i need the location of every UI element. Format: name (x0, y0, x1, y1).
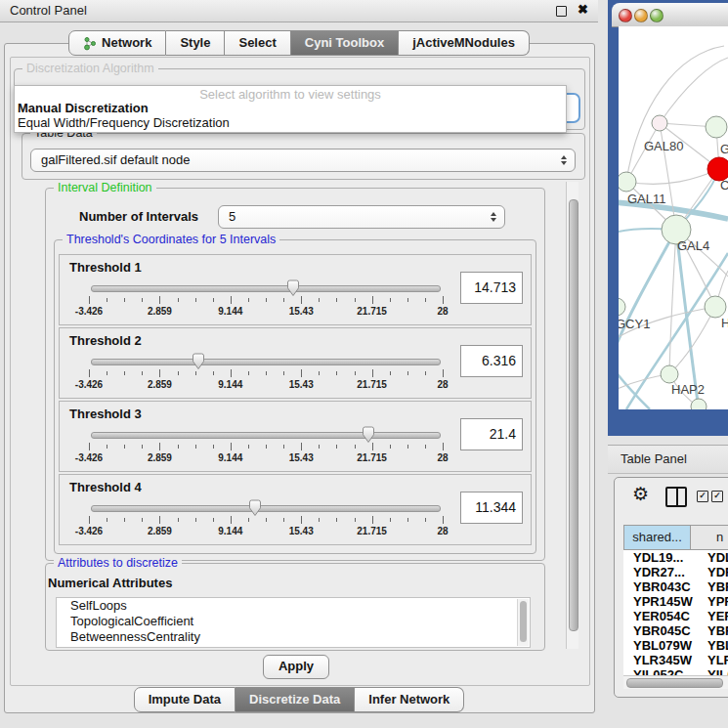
table-row[interactable]: YIL052CYIL0 (623, 667, 728, 675)
interval-definition-groupbox: Interval Definition Number of Intervals … (45, 188, 545, 561)
slider-thumb[interactable] (286, 279, 300, 301)
numerical-attributes-list[interactable]: SelfLoopsTopologicalCoefficientBetweenne… (56, 597, 531, 648)
network-node[interactable] (652, 115, 667, 131)
slider-tick (159, 443, 160, 450)
network-graph: GAL80GACGAL11GAL4GCY1HHAP2 (619, 26, 728, 409)
slider-tick-label: 15.43 (289, 306, 314, 317)
column-header-name[interactable]: n (691, 525, 728, 550)
attribute-item-topologicalcoefficient[interactable]: TopologicalCoefficient (57, 614, 530, 629)
slider-thumb[interactable] (362, 426, 375, 448)
slider-tick-label: 28 (437, 452, 448, 463)
tab-infer-network[interactable]: Infer Network (355, 687, 464, 712)
slider-tick (142, 371, 143, 375)
tab-style[interactable]: Style (166, 30, 225, 56)
threshold-slider[interactable]: -3.4262.8599.14415.4321.71528 (89, 350, 443, 395)
scrollbar-thumb[interactable] (520, 601, 527, 642)
threshold-slider[interactable]: -3.4262.8599.14415.4321.71528 (89, 423, 443, 468)
dropdown-option-equal-width-frequency[interactable]: Equal Width/Frequency Discretization (18, 115, 230, 130)
slider-tick-label: 15.43 (289, 452, 314, 463)
tab-discretize-data[interactable]: Discretize Data (236, 687, 355, 712)
tab-label: Network (102, 31, 151, 55)
attribute-item-betweennesscentrality[interactable]: BetweennessCentrality (57, 629, 530, 645)
slider-tick-label: 9.144 (218, 379, 242, 390)
slider-tick (178, 445, 179, 449)
network-nodes (619, 115, 728, 409)
threshold-value-field[interactable]: 14.713 (460, 272, 523, 304)
close-icon[interactable]: ✖ (578, 2, 588, 17)
cell-shared-name: YER054C (623, 609, 701, 623)
cell-name: YIL0 (701, 667, 728, 675)
table-data-combobox[interactable]: galFiltered.sif default node (30, 149, 576, 172)
table-row[interactable]: YER054CYER0 (623, 609, 728, 623)
slider-tick-label: 21.715 (357, 526, 387, 536)
network-window-titlebar[interactable] (612, 3, 728, 27)
cell-shared-name: YDL19... (623, 550, 701, 565)
threshold-slider[interactable]: -3.4262.8599.14415.4321.71528 (89, 496, 443, 541)
threshold-slider[interactable]: -3.4262.8599.14415.4321.71528 (89, 277, 443, 321)
mac-close-button[interactable] (619, 9, 632, 22)
cell-shared-name: YPR145W (623, 594, 701, 609)
attributes-scrollbar[interactable] (517, 599, 529, 646)
tab-impute-data[interactable]: Impute Data (134, 687, 236, 712)
slider-thumb[interactable] (192, 353, 205, 374)
mac-zoom-button[interactable] (650, 9, 664, 22)
checkbox-icon[interactable]: ✓ (711, 491, 723, 502)
slider-thumb[interactable] (248, 499, 262, 521)
horizontal-scrollbar[interactable] (623, 675, 728, 689)
network-node[interactable] (619, 298, 625, 316)
mac-minimize-button[interactable] (634, 9, 648, 22)
threshold-value-field[interactable]: 6.316 (460, 345, 523, 377)
slider-track[interactable] (91, 285, 441, 292)
cell-shared-name: YBL079W (623, 638, 701, 653)
checkbox-icon[interactable]: ✓ (697, 491, 708, 502)
threshold-label: Threshold 1 (69, 260, 142, 275)
network-node[interactable] (691, 399, 707, 409)
table-row[interactable]: YPR145WYPR1 (623, 594, 728, 609)
slider-track[interactable] (91, 432, 441, 439)
slider-tick (319, 298, 320, 302)
tab-cyni-toolbox[interactable]: Cyni Toolbox (291, 30, 399, 56)
node-label-c: C (720, 178, 728, 193)
scrollbar-thumb[interactable] (626, 678, 723, 688)
threshold-value-field[interactable]: 11.344 (460, 492, 523, 524)
columns-icon[interactable] (665, 487, 687, 507)
slider-track[interactable] (91, 359, 441, 365)
tab-select[interactable]: Select (225, 30, 290, 56)
table-row[interactable]: YBL079WYBL0 (623, 638, 728, 653)
slider-tick (248, 445, 249, 449)
node-label-gal80: GAL80 (644, 139, 683, 153)
gear-icon[interactable]: ⚙ (632, 483, 649, 505)
network-node[interactable] (706, 116, 727, 138)
table-rows[interactable]: YDL19...YDL1YDR27...YDR2YBR043CYBR0YPR14… (623, 550, 728, 675)
tab-network[interactable]: Network (68, 30, 166, 56)
network-node[interactable] (661, 365, 678, 383)
network-node[interactable] (619, 172, 636, 192)
column-header-shared-name[interactable]: shared... (623, 525, 691, 550)
network-node[interactable] (705, 296, 726, 318)
tab-label: Infer Network (368, 688, 450, 711)
network-view-window: GAL80GACGAL11GAL4GCY1HHAP2 (608, 0, 728, 436)
slider-tick (355, 371, 356, 375)
float-window-icon[interactable] (556, 6, 567, 17)
slider-tick (372, 516, 373, 524)
table-row[interactable]: YDL19...YDL1 (623, 550, 728, 565)
number-of-intervals-combobox[interactable]: 5 (218, 205, 505, 229)
table-row[interactable]: YDR27...YDR2 (623, 565, 728, 579)
table-row[interactable]: YLR345WYLR3 (623, 653, 728, 667)
dropdown-option-manual-discretization[interactable]: Manual Discretization (18, 101, 149, 115)
scrollbar-thumb[interactable] (569, 199, 578, 631)
network-canvas[interactable]: GAL80GACGAL11GAL4GCY1HHAP2 (619, 26, 728, 409)
threshold-panel-4: Threshold 4-3.4262.8599.14415.4321.71528… (59, 474, 532, 545)
vertical-scrollbar[interactable] (566, 182, 578, 649)
threshold-value-field[interactable]: 21.4 (460, 418, 523, 450)
tab-jactivemnodules[interactable]: jActiveMNodules (399, 30, 530, 56)
table-row[interactable]: YBR045CYBR0 (623, 623, 728, 638)
slider-tick (107, 298, 107, 302)
slider-tick-label: 9.144 (218, 452, 242, 463)
apply-button[interactable]: Apply (263, 655, 329, 679)
slider-track[interactable] (91, 505, 441, 512)
panel-title: Control Panel (10, 3, 87, 18)
slider-tick-label: 2.859 (148, 452, 172, 463)
attribute-item-selfloops[interactable]: SelfLoops (57, 598, 530, 614)
table-row[interactable]: YBR043CYBR0 (623, 579, 728, 594)
